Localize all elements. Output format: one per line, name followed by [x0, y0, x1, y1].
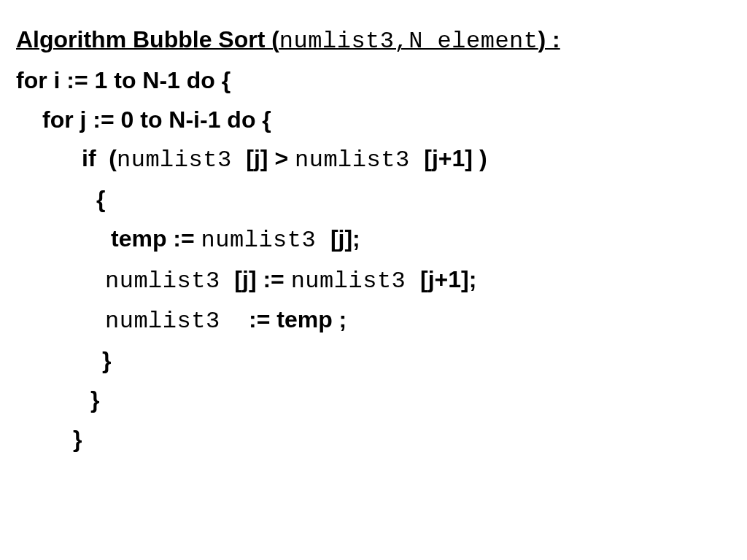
if-line: if (numlist3 [j] > numlist3 [j+1] ) — [16, 139, 731, 180]
close-brace-2: } — [16, 381, 731, 420]
assign-rhs: := temp ; — [249, 306, 347, 332]
swap-line: numlist3 [j] := numlist3 [j+1]; — [16, 260, 731, 301]
temp-assign-line: temp := numlist3 [j]; — [16, 219, 731, 260]
open-brace-line: { — [16, 180, 731, 219]
assign-temp-line: numlist3 := temp ; — [16, 300, 731, 341]
close-brace-3: } — [16, 420, 731, 459]
title-bold-close: ) : — [538, 26, 560, 52]
temp-rhs-arr: numlist3 — [201, 227, 330, 254]
swap-lhs-idx: [j] := — [234, 266, 290, 292]
title-params: numlist3,N element — [279, 28, 538, 55]
if-arr1: numlist3 — [117, 147, 246, 174]
swap-rhs-idx: [j+1]; — [420, 266, 476, 292]
assign-lhs: numlist3 — [105, 308, 249, 335]
temp-rhs-idx: [j]; — [330, 225, 360, 252]
algo-title-line: Algorithm Bubble Sort (numlist3,N elemen… — [16, 20, 731, 61]
for-j-line: for j := 0 to N-i-1 do { — [16, 101, 731, 140]
swap-lhs-arr: numlist3 — [105, 268, 234, 295]
if-keyword: if ( — [82, 145, 117, 171]
swap-rhs-arr: numlist3 — [291, 268, 420, 295]
if-idx2: [j+1] ) — [424, 145, 487, 171]
for-i-line: for i := 1 to N-1 do { — [16, 61, 731, 101]
close-brace-1: } — [16, 341, 731, 381]
title-bold-open: Algorithm Bubble Sort ( — [16, 26, 279, 52]
if-idx1: [j] > — [246, 145, 295, 171]
if-arr2: numlist3 — [295, 147, 424, 174]
temp-lhs: temp := — [111, 225, 201, 252]
